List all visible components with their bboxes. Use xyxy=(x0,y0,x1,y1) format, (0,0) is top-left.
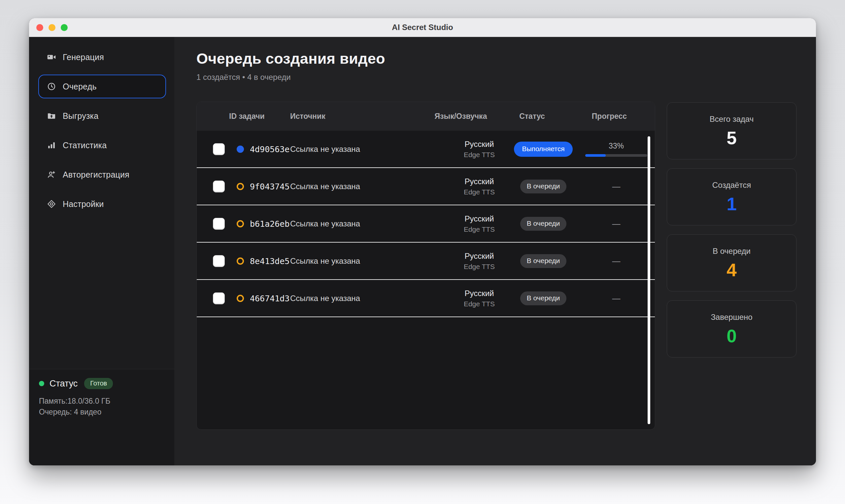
window-title: AI Secret Studio xyxy=(392,23,453,32)
queue-table: ID задачи Источник Язык/Озвучка Статус П… xyxy=(196,102,655,430)
status-pill: В очереди xyxy=(520,254,567,268)
progress-bar-fill xyxy=(585,154,606,157)
sidebar-item-settings[interactable]: Настройки xyxy=(38,192,166,216)
sidebar-item-videocam[interactable]: Генерация xyxy=(38,45,166,69)
row-status-dot xyxy=(237,295,244,302)
table-row: 8e413de5 Ссылка не указана Русский Edge … xyxy=(197,242,655,280)
clock-icon xyxy=(47,82,56,91)
status-online-icon xyxy=(39,381,44,386)
row-checkbox[interactable] xyxy=(213,255,225,267)
stats-column: Всего задач 5 Создаётся 1 В очереди 4 За… xyxy=(667,102,796,358)
page-title: Очередь создания видео xyxy=(196,50,385,67)
task-source: Ссылка не указана xyxy=(290,256,360,266)
col-header-progress: Прогресс xyxy=(576,102,642,131)
status-row: Статус Готов xyxy=(39,378,164,389)
stat-card-value: 1 xyxy=(726,195,737,213)
task-language: Русский xyxy=(464,289,494,298)
person-add-icon xyxy=(47,170,56,179)
task-progress-cell: 33% xyxy=(581,142,651,157)
stat-card: Всего задач 5 xyxy=(667,102,796,159)
stat-card-value: 4 xyxy=(726,261,737,279)
task-source: Ссылка не указана xyxy=(290,182,360,191)
sidebar-item-person-add[interactable]: Авторегистрация xyxy=(38,163,166,186)
sidebar: Генерация Очередь Выгрузка Статистика Ав… xyxy=(29,37,174,465)
task-id: 8e413de5 xyxy=(250,256,289,266)
sidebar-item-label: Выгрузка xyxy=(63,111,98,121)
sidebar-item-folder-upload[interactable]: Выгрузка xyxy=(38,104,166,128)
stat-card: В очереди 4 xyxy=(667,234,796,291)
task-id: 9f043745 xyxy=(250,182,289,191)
task-progress-cell: — xyxy=(581,182,651,191)
table-row: 9f043745 Ссылка не указана Русский Edge … xyxy=(197,168,655,205)
col-header-status: Статус xyxy=(499,102,565,131)
progress-percent: — xyxy=(612,256,621,266)
status-pill: В очереди xyxy=(520,217,567,231)
task-tts-engine: Edge TTS xyxy=(464,188,495,196)
row-status-dot xyxy=(237,146,244,153)
scrollbar-thumb[interactable] xyxy=(648,136,650,424)
minimize-button[interactable] xyxy=(49,24,55,31)
row-checkbox[interactable] xyxy=(213,218,225,230)
task-id: 466741d3 xyxy=(250,293,289,303)
table-body: 4d90563e Ссылка не указана Русский Edge … xyxy=(197,131,655,317)
task-language: Русский xyxy=(464,140,494,149)
table-header: ID задачи Источник Язык/Озвучка Статус П… xyxy=(197,102,655,131)
task-tts-engine: Edge TTS xyxy=(464,226,495,233)
progress-percent: — xyxy=(612,219,621,229)
videocam-icon xyxy=(47,53,56,62)
task-status-cell: В очереди xyxy=(510,254,576,268)
status-pill: Выполняется xyxy=(514,142,572,157)
task-source: Ссылка не указана xyxy=(290,145,360,154)
row-checkbox[interactable] xyxy=(213,143,225,155)
task-source: Ссылка не указана xyxy=(290,294,360,303)
task-status-cell: В очереди xyxy=(510,291,576,305)
task-source: Ссылка не указана xyxy=(290,219,360,229)
task-id: 4d90563e xyxy=(250,144,289,154)
zoom-button[interactable] xyxy=(61,24,68,31)
titlebar: AI Secret Studio xyxy=(29,18,816,37)
memory-info: Память:18.0/36.0 ГБ xyxy=(39,396,164,407)
sidebar-status-panel: Статус Готов Память:18.0/36.0 ГБ Очередь… xyxy=(29,369,174,465)
queue-info: Очередь: 4 видео xyxy=(39,407,164,417)
status-pill: В очереди xyxy=(520,291,567,305)
close-button[interactable] xyxy=(36,24,43,31)
row-checkbox[interactable] xyxy=(213,181,225,193)
task-language-cell: Русский Edge TTS xyxy=(446,214,512,233)
task-language: Русский xyxy=(464,252,494,261)
sidebar-item-label: Генерация xyxy=(63,53,104,62)
status-pill: В очереди xyxy=(520,180,567,193)
table-row: 4d90563e Ссылка не указана Русский Edge … xyxy=(197,131,655,168)
table-row: b61a26eb Ссылка не указана Русский Edge … xyxy=(197,205,655,242)
app-window: AI Secret Studio Генерация Очередь Выгру… xyxy=(29,18,816,465)
stat-card-label: Всего задач xyxy=(710,114,754,124)
traffic-lights xyxy=(36,24,68,31)
task-language-cell: Русский Edge TTS xyxy=(446,252,512,271)
task-language-cell: Русский Edge TTS xyxy=(446,140,512,159)
sidebar-nav: Генерация Очередь Выгрузка Статистика Ав… xyxy=(29,45,174,216)
task-status-cell: В очереди xyxy=(510,180,576,193)
row-status-dot xyxy=(237,257,244,265)
status-badge: Готов xyxy=(84,378,113,389)
sidebar-item-label: Авторегистрация xyxy=(63,170,129,180)
sidebar-item-clock[interactable]: Очередь xyxy=(38,75,166,98)
col-header-source: Источник xyxy=(290,102,325,131)
task-language-cell: Русский Edge TTS xyxy=(446,289,512,308)
task-tts-engine: Edge TTS xyxy=(464,151,495,159)
sidebar-item-label: Очередь xyxy=(63,82,97,91)
row-checkbox[interactable] xyxy=(213,292,225,304)
folder-upload-icon xyxy=(47,111,56,121)
sidebar-item-bar-chart[interactable]: Статистика xyxy=(38,133,166,157)
progress-percent: 33% xyxy=(609,142,624,150)
stat-card-value: 0 xyxy=(726,327,737,345)
stat-card: Создаётся 1 xyxy=(667,168,796,226)
task-tts-engine: Edge TTS xyxy=(464,263,495,271)
task-progress-cell: — xyxy=(581,293,651,303)
progress-percent: — xyxy=(612,182,621,191)
task-status-cell: В очереди xyxy=(510,217,576,231)
table-row: 466741d3 Ссылка не указана Русский Edge … xyxy=(197,280,655,317)
stat-card-label: Завершено xyxy=(711,312,752,322)
status-label: Статус xyxy=(50,379,77,389)
task-progress-cell: — xyxy=(581,219,651,229)
row-status-dot xyxy=(237,183,244,190)
col-header-task-id: ID задачи xyxy=(229,102,265,131)
